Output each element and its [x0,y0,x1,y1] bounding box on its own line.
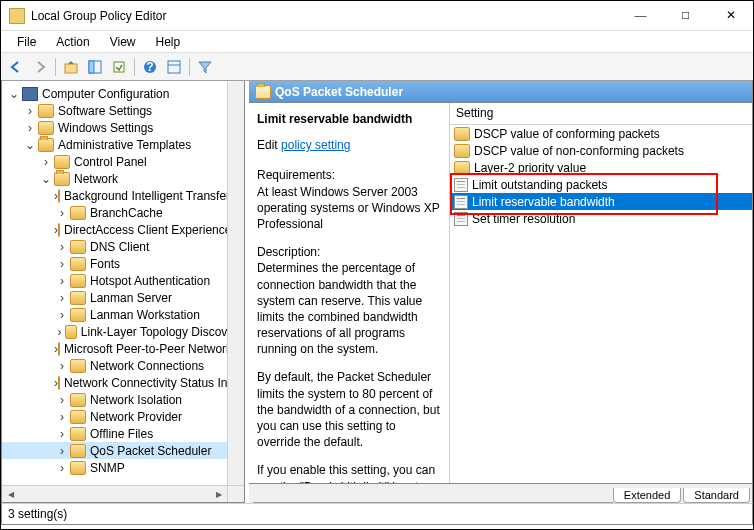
expand-icon[interactable]: › [54,256,70,272]
svg-rect-6 [168,61,180,73]
filter-button[interactable] [194,56,216,78]
list-item[interactable]: DSCP value of conforming packets [450,125,752,142]
tree-node[interactable]: ›Lanman Workstation [2,306,244,323]
folder-icon [70,410,86,424]
folder-icon [38,138,54,152]
expand-icon[interactable]: › [54,273,70,289]
menu-action[interactable]: Action [46,33,99,51]
expand-icon[interactable]: › [54,426,70,442]
folder-icon [58,189,60,203]
folder-icon [38,121,54,135]
properties-button[interactable] [163,56,185,78]
tree-node-computer-configuration[interactable]: ⌄ Computer Configuration [2,85,244,102]
expand-icon[interactable]: › [54,205,70,221]
tree-node[interactable]: ›BranchCache [2,204,244,221]
tree-node-windows-settings[interactable]: › Windows Settings [2,119,244,136]
tree-node-software-settings[interactable]: › Software Settings [2,102,244,119]
tree-node[interactable]: ›DirectAccess Client Experience Settings [2,221,244,238]
scroll-right-icon[interactable]: ▶ [210,486,227,503]
help-button[interactable]: ? [139,56,161,78]
menu-view[interactable]: View [100,33,146,51]
setting-title: Limit reservable bandwidth [257,111,441,127]
svg-text:?: ? [146,60,153,74]
settings-list[interactable]: DSCP value of conforming packetsDSCP val… [450,125,752,483]
close-button[interactable]: ✕ [708,1,753,31]
edit-policy-link[interactable]: policy setting [281,138,350,152]
navigation-tree[interactable]: ⌄ Computer Configuration › Software Sett… [2,81,244,502]
folder-icon [454,161,470,175]
list-item[interactable]: Limit outstanding packets [450,176,752,193]
expand-icon[interactable]: › [54,460,70,476]
minimize-button[interactable]: — [618,1,663,31]
expand-icon[interactable]: › [54,358,70,374]
tree-scrollbar-horizontal[interactable]: ◀ ▶ [2,485,227,502]
list-item[interactable]: DSCP value of non-conforming packets [450,142,752,159]
list-item[interactable]: Limit reservable bandwidth [450,193,752,210]
tree-node[interactable]: ›Network Provider [2,408,244,425]
show-hide-tree-button[interactable] [84,56,106,78]
expand-icon[interactable]: › [54,324,65,340]
folder-icon [255,85,271,99]
collapse-icon[interactable]: ⌄ [38,171,54,187]
folder-icon [70,257,86,271]
expand-icon[interactable]: › [54,443,70,459]
folder-icon [65,325,77,339]
expand-icon[interactable]: › [54,409,70,425]
computer-icon [22,87,38,101]
expand-icon[interactable]: › [22,103,38,119]
maximize-button[interactable]: □ [663,1,708,31]
tree-node-administrative-templates[interactable]: ⌄ Administrative Templates [2,136,244,153]
list-column-setting[interactable]: Setting [450,103,752,125]
tree-node[interactable]: ›QoS Packet Scheduler [2,442,244,459]
tree-node[interactable]: ›Offline Files [2,425,244,442]
tree-node[interactable]: ›Background Intelligent Transfer Service [2,187,244,204]
expand-icon[interactable]: › [54,392,70,408]
menu-help[interactable]: Help [146,33,191,51]
tree-node[interactable]: ›Lanman Server [2,289,244,306]
description-pane: Limit reservable bandwidth Edit policy s… [249,103,449,483]
tree-node[interactable]: ›Network Isolation [2,391,244,408]
folder-icon [70,291,86,305]
expand-icon[interactable]: › [54,239,70,255]
scroll-left-icon[interactable]: ◀ [2,486,19,503]
tree-scrollbar-vertical[interactable] [227,81,244,485]
tab-extended[interactable]: Extended [613,488,681,503]
list-item[interactable]: Set timer resolution [450,210,752,227]
scroll-corner [227,485,244,502]
expand-icon[interactable]: › [54,290,70,306]
description-text-3: If you enable this setting, you can use … [257,462,441,483]
folder-icon [58,223,60,237]
tree-node[interactable]: ›Network Connectivity Status Indicator [2,374,244,391]
folder-icon [70,240,86,254]
back-button[interactable] [5,56,27,78]
collapse-icon[interactable]: ⌄ [22,137,38,153]
tree-node-network[interactable]: ⌄ Network [2,170,244,187]
menu-file[interactable]: File [7,33,46,51]
export-button[interactable] [108,56,130,78]
up-button[interactable] [60,56,82,78]
tree-node[interactable]: ›SNMP [2,459,244,476]
tree-node[interactable]: ›Microsoft Peer-to-Peer Networking Servi… [2,340,244,357]
expand-icon[interactable]: › [22,120,38,136]
expand-icon[interactable]: › [54,307,70,323]
toolbar-separator [55,58,56,76]
expand-icon[interactable]: › [38,154,54,170]
tree-node[interactable]: ›Link-Layer Topology Discovery [2,323,244,340]
tree-node[interactable]: ›Network Connections [2,357,244,374]
collapse-icon[interactable]: ⌄ [6,86,22,102]
folder-icon [54,172,70,186]
folder-icon [454,144,470,158]
requirements-label: Requirements: [257,167,441,183]
list-item[interactable]: Layer-2 priority value [450,159,752,176]
tree-node[interactable]: ›Hotspot Authentication [2,272,244,289]
folder-icon [70,393,86,407]
tree-node-control-panel[interactable]: › Control Panel [2,153,244,170]
tab-standard[interactable]: Standard [683,488,750,503]
tree-node[interactable]: ›DNS Client [2,238,244,255]
pane-header: QoS Packet Scheduler [249,81,752,103]
description-text: Determines the percentage of connection … [257,260,441,357]
tree-node[interactable]: ›Fonts [2,255,244,272]
app-icon [9,8,25,24]
forward-button[interactable] [29,56,51,78]
folder-icon [70,274,86,288]
